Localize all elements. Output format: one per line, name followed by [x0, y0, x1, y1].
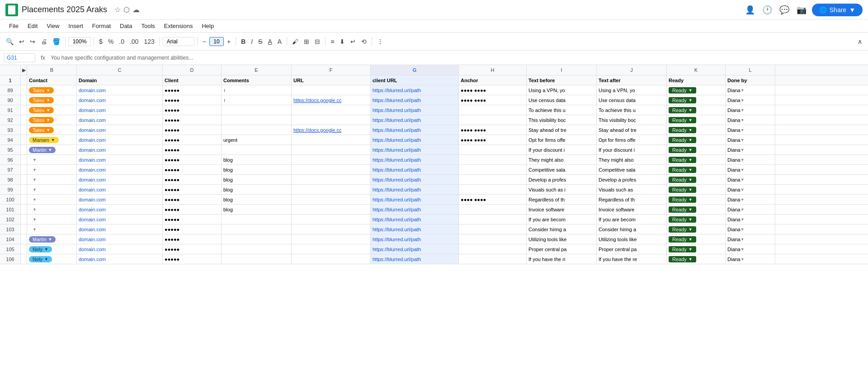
cell-done-by-94[interactable]: Diana ▼	[726, 135, 775, 145]
cell-contact-93[interactable]: Tatev ▼	[27, 125, 77, 135]
cell-comments-99[interactable]: blog	[222, 185, 292, 194]
ready-badge[interactable]: Ready ▼	[669, 256, 696, 262]
cell-anchor-91[interactable]	[459, 105, 527, 115]
redo-icon[interactable]: ↪	[28, 36, 38, 47]
decimal-dec-btn[interactable]: .0	[117, 36, 127, 47]
cell-ready-90[interactable]: Ready ▼	[667, 95, 726, 105]
col-header-C[interactable]: C	[77, 65, 163, 75]
contact-badge[interactable]: Tatev ▼	[29, 127, 54, 133]
cell-client-98[interactable]: ●●●●●	[163, 175, 222, 184]
cell-domain-106[interactable]: domain.com	[77, 254, 163, 264]
cell-ready-91[interactable]: Ready ▼	[667, 105, 726, 115]
cell-text-before-95[interactable]: If your discount i	[527, 145, 597, 154]
cell-done-by-92[interactable]: Diana ▼	[726, 115, 775, 125]
cell-contact-91[interactable]: Tatev ▼	[27, 105, 77, 115]
cell-ready-95[interactable]: Ready ▼	[667, 145, 726, 154]
cell-url-97[interactable]	[292, 165, 371, 174]
cell-contact-94[interactable]: Mariam ▼	[27, 135, 77, 145]
cell-text-after-102[interactable]: If you are becom	[597, 215, 667, 224]
cell-client-101[interactable]: ●●●●●	[163, 205, 222, 214]
cell-contact-103[interactable]: ▼	[27, 224, 77, 234]
client-url-link[interactable]: https://blurred.url/path	[373, 197, 421, 202]
cell-client-105[interactable]: ●●●●●	[163, 244, 222, 254]
cell-client-url-104[interactable]: https://blurred.url/path	[371, 234, 459, 244]
cell-1-I[interactable]: Text before	[527, 75, 597, 85]
cell-text-after-99[interactable]: Visuals such as	[597, 185, 667, 194]
ready-badge[interactable]: Ready ▼	[669, 246, 696, 252]
cell-domain-103[interactable]: domain.com	[77, 224, 163, 234]
cell-ready-92[interactable]: Ready ▼	[667, 115, 726, 125]
cell-client-url-89[interactable]: https://blurred.url/path	[371, 85, 459, 95]
ready-badge[interactable]: Ready ▼	[669, 147, 696, 153]
done-by-dropdown[interactable]: ▼	[741, 227, 745, 232]
cell-comments-96[interactable]: blog	[222, 155, 292, 164]
cell-client-url-94[interactable]: https://blurred.url/path	[371, 135, 459, 145]
cell-text-after-90[interactable]: Use census data	[597, 95, 667, 105]
contact-badge[interactable]: Tatev ▼	[29, 87, 54, 93]
col-header-K[interactable]: K	[667, 65, 726, 75]
contact-badge[interactable]: Tatev ▼	[29, 107, 54, 113]
cell-url-94[interactable]	[292, 135, 371, 145]
cell-url-91[interactable]	[292, 105, 371, 115]
cell-comments-105[interactable]	[222, 244, 292, 254]
cell-url-102[interactable]	[292, 215, 371, 224]
cell-done-by-93[interactable]: Diana ▼	[726, 125, 775, 135]
cell-client-url-100[interactable]: https://blurred.url/path	[371, 195, 459, 204]
cell-url-105[interactable]	[292, 244, 371, 254]
cell-text-after-95[interactable]: If your discount i	[597, 145, 667, 154]
contact-badge[interactable]: Nely ▼	[29, 256, 52, 262]
cell-anchor-105[interactable]	[459, 244, 527, 254]
cell-1-D[interactable]: Client	[163, 75, 222, 85]
cell-domain-95[interactable]: domain.com	[77, 145, 163, 154]
cell-text-after-91[interactable]: To achieve this u	[597, 105, 667, 115]
done-by-dropdown[interactable]: ▼	[741, 237, 745, 242]
comments-icon[interactable]: 💬	[778, 3, 791, 17]
cell-domain-98[interactable]: domain.com	[77, 175, 163, 184]
highlight-btn[interactable]: 🖌	[290, 36, 301, 47]
cell-contact-106[interactable]: Nely ▼	[27, 254, 77, 264]
cell-text-after-97[interactable]: Competitive sala	[597, 165, 667, 174]
cell-comments-89[interactable]: ↑	[222, 85, 292, 95]
cell-contact-100[interactable]: ▼	[27, 195, 77, 204]
cell-client-103[interactable]: ●●●●●	[163, 224, 222, 234]
decimal-inc-btn[interactable]: .00	[127, 36, 141, 47]
cell-domain-104[interactable]: domain.com	[77, 234, 163, 244]
cell-ready-96[interactable]: Ready ▼	[667, 155, 726, 164]
col-expand[interactable]: ▶	[21, 65, 27, 75]
search-icon[interactable]: 🔍	[4, 36, 16, 47]
cell-ready-104[interactable]: Ready ▼	[667, 234, 726, 244]
done-by-dropdown[interactable]: ▼	[741, 207, 745, 212]
cell-text-before-99[interactable]: Visuals such as i	[527, 185, 597, 194]
cell-client-url-96[interactable]: https://blurred.url/path	[371, 155, 459, 164]
ready-badge[interactable]: Ready ▼	[669, 187, 696, 193]
cell-done-by-98[interactable]: Diana ▼	[726, 175, 775, 184]
cell-url-104[interactable]	[292, 234, 371, 244]
cell-client-102[interactable]: ●●●●●	[163, 215, 222, 224]
valign-btn[interactable]: ⬇	[337, 36, 347, 47]
zoom-control[interactable]: 100%	[68, 37, 91, 46]
cell-done-by-90[interactable]: Diana ▼	[726, 95, 775, 105]
cell-text-after-96[interactable]: They might also	[597, 155, 667, 164]
col-header-L[interactable]: L	[726, 65, 775, 75]
cell-text-after-98[interactable]: Develop a profes	[597, 175, 667, 184]
cell-client-url-93[interactable]: https://blurred.url/path	[371, 125, 459, 135]
cell-1-K[interactable]: Ready	[667, 75, 726, 85]
ready-badge[interactable]: Ready ▼	[669, 177, 696, 183]
cell-comments-98[interactable]: blog	[222, 175, 292, 184]
cell-domain-105[interactable]: domain.com	[77, 244, 163, 254]
cell-done-by-102[interactable]: Diana ▼	[726, 215, 775, 224]
ready-badge[interactable]: Ready ▼	[669, 167, 696, 173]
cell-client-url-97[interactable]: https://blurred.url/path	[371, 165, 459, 174]
cell-domain-102[interactable]: domain.com	[77, 215, 163, 224]
menu-file[interactable]: File	[5, 22, 22, 30]
client-url-link[interactable]: https://blurred.url/path	[373, 98, 421, 103]
done-by-dropdown[interactable]: ▼	[741, 247, 745, 252]
col-header-G[interactable]: G	[371, 65, 459, 75]
ready-badge[interactable]: Ready ▼	[669, 236, 696, 243]
cell-1-G[interactable]: client URL	[371, 75, 459, 85]
menu-edit[interactable]: Edit	[24, 22, 41, 30]
contact-badge-empty[interactable]: ▼	[29, 177, 40, 182]
cell-1-F[interactable]: URL	[292, 75, 371, 85]
cell-client-url-90[interactable]: https://blurred.url/path	[371, 95, 459, 105]
client-url-link[interactable]: https://blurred.url/path	[373, 237, 421, 242]
